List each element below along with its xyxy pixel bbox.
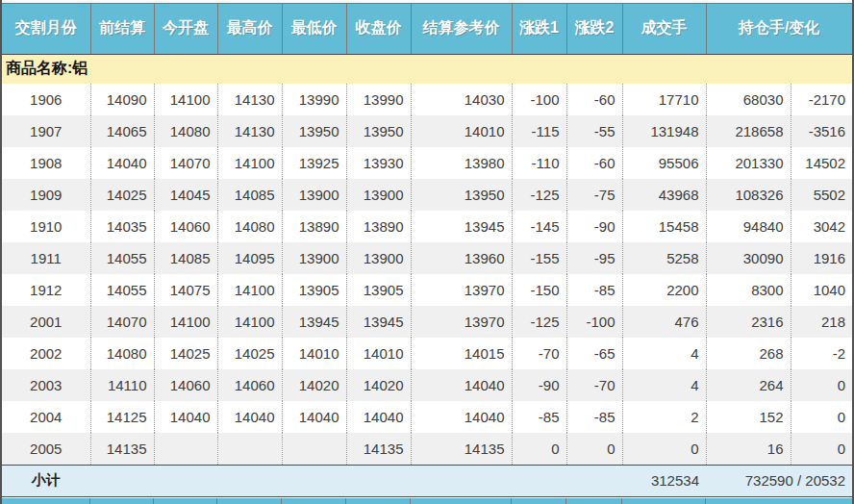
table-row[interactable]: 1911 14055 14085 14095 13900 13900 13960… xyxy=(2,242,852,274)
cell-settle-ref: 14010 xyxy=(411,115,512,147)
cell-change2: -90 xyxy=(566,211,622,242)
cell-high: 14130 xyxy=(217,84,282,115)
futures-quote-panel: 交割月份 前结算 今开盘 最高价 最低价 收盘价 结算参考价 涨跌1 涨跌2 成… xyxy=(0,0,854,504)
table-row[interactable]: 1908 14040 14070 14100 13925 13930 13980… xyxy=(2,147,852,179)
cell-low: 13890 xyxy=(282,211,346,242)
cell-change2: -70 xyxy=(566,369,622,401)
cell-change1: -155 xyxy=(512,242,566,274)
cell-low: 14010 xyxy=(282,338,346,369)
cell-open-interest-change: -2 xyxy=(791,338,852,369)
subtotal-row: 小计 312534 732590 / 20532 xyxy=(2,465,852,496)
cell-prev-settle: 14035 xyxy=(90,211,154,242)
bottom-header-cell xyxy=(154,498,217,504)
commodity-name-row: 商品名称:铝 xyxy=(2,54,852,84)
cell-open-interest: 201330 xyxy=(706,147,791,179)
cell-open-interest-change: 218 xyxy=(791,306,852,338)
column-header-delivery-month: 交割月份 xyxy=(2,4,90,54)
cell-volume: 131948 xyxy=(622,115,706,147)
cell-open-interest: 2316 xyxy=(706,306,791,338)
cell-prev-settle: 14055 xyxy=(90,242,154,274)
column-header-low: 最低价 xyxy=(282,4,346,54)
cell-open: 14070 xyxy=(154,147,217,179)
cell-change2: -75 xyxy=(566,179,622,211)
cell-settle-ref: 14015 xyxy=(411,338,512,369)
cell-volume: 4 xyxy=(622,369,706,401)
cell-prev-settle: 14025 xyxy=(90,179,154,211)
cell-open: 14085 xyxy=(154,242,217,274)
bottom-header-cell xyxy=(411,498,512,504)
column-header-close: 收盘价 xyxy=(346,4,411,54)
cell-close: 13900 xyxy=(346,179,411,211)
cell-open-interest: 108326 xyxy=(706,179,791,211)
cell-volume: 2200 xyxy=(622,274,706,306)
table-row[interactable]: 1906 14090 14100 14130 13990 13990 14030… xyxy=(2,84,852,115)
table-row[interactable]: 1912 14055 14075 14100 13905 13905 13970… xyxy=(2,274,852,306)
cell-open: 14060 xyxy=(154,211,217,242)
cell-open xyxy=(154,433,217,465)
cell-delivery-month: 1909 xyxy=(2,179,90,211)
subtotal-open-interest-change: 732590 / 20532 xyxy=(706,465,852,496)
cell-high: 14060 xyxy=(217,369,282,401)
column-header-prev-settle: 前结算 xyxy=(90,4,154,54)
cell-open-interest: 268 xyxy=(706,338,791,369)
cell-delivery-month: 1907 xyxy=(2,115,90,147)
cell-open-interest-change: -3516 xyxy=(791,115,852,147)
cell-delivery-month: 1910 xyxy=(2,211,90,242)
bottom-header-cell xyxy=(346,498,411,504)
cell-volume: 0 xyxy=(622,433,706,465)
cell-volume: 95506 xyxy=(622,147,706,179)
cell-volume: 2 xyxy=(622,401,706,433)
cell-open-interest-change: 1916 xyxy=(791,242,852,274)
cell-open-interest-change: 0 xyxy=(791,433,852,465)
column-header-change2: 涨跌2 xyxy=(566,4,622,54)
cell-low: 13990 xyxy=(282,84,346,115)
cell-open-interest-change: -2170 xyxy=(791,84,852,115)
cell-settle-ref: 13970 xyxy=(411,306,512,338)
bottom-header-cell xyxy=(512,498,566,504)
cell-delivery-month: 1911 xyxy=(2,242,90,274)
cell-delivery-month: 2004 xyxy=(2,401,90,433)
cell-change2: -60 xyxy=(566,147,622,179)
cell-open-interest: 30090 xyxy=(706,242,791,274)
cell-settle-ref: 14040 xyxy=(411,369,512,401)
cell-change1: -85 xyxy=(512,401,566,433)
cell-change2: -100 xyxy=(566,306,622,338)
cell-low: 13905 xyxy=(282,274,346,306)
subtotal-label: 小计 xyxy=(2,465,622,496)
column-header-change1: 涨跌1 xyxy=(512,4,566,54)
table-row[interactable]: 2002 14080 14025 14025 14010 14010 14015… xyxy=(2,338,852,369)
cell-open: 14025 xyxy=(154,338,217,369)
bottom-header-cell xyxy=(282,498,346,504)
table-row[interactable]: 1907 14065 14080 14130 13950 13950 14010… xyxy=(2,115,852,147)
column-header-open: 今开盘 xyxy=(154,4,217,54)
table-row[interactable]: 2005 14135 14135 14135 0 0 0 16 0 xyxy=(2,433,852,465)
cell-open-interest-change: 3042 xyxy=(791,211,852,242)
cell-change1: -90 xyxy=(512,369,566,401)
cell-high: 14130 xyxy=(217,115,282,147)
cell-close: 13945 xyxy=(346,306,411,338)
cell-open-interest: 218658 xyxy=(706,115,791,147)
cell-delivery-month: 2001 xyxy=(2,306,90,338)
cell-change1: -115 xyxy=(512,115,566,147)
cell-change1: -100 xyxy=(512,84,566,115)
cell-change2: -95 xyxy=(566,242,622,274)
cell-change2: -55 xyxy=(566,115,622,147)
cell-low: 14040 xyxy=(282,401,346,433)
cell-low: 13950 xyxy=(282,115,346,147)
column-header-open-interest-change: 持仓手/变化 xyxy=(706,4,852,54)
bottom-header-cell xyxy=(2,498,90,504)
cell-volume: 5258 xyxy=(622,242,706,274)
cell-volume: 4 xyxy=(622,338,706,369)
cell-open: 14075 xyxy=(154,274,217,306)
cell-delivery-month: 2003 xyxy=(2,369,90,401)
table-row[interactable]: 1909 14025 14045 14085 13900 13900 13950… xyxy=(2,179,852,211)
data-rows: 1906 14090 14100 14130 13990 13990 14030… xyxy=(2,84,852,465)
table-row[interactable]: 2001 14070 14100 14100 13945 13945 13970… xyxy=(2,306,852,338)
cell-open: 14100 xyxy=(154,84,217,115)
table-header-row: 交割月份 前结算 今开盘 最高价 最低价 收盘价 结算参考价 涨跌1 涨跌2 成… xyxy=(2,4,852,54)
table-row[interactable]: 1910 14035 14060 14080 13890 13890 13945… xyxy=(2,211,852,242)
cell-prev-settle: 14110 xyxy=(90,369,154,401)
table-row[interactable]: 2003 14110 14060 14060 14020 14020 14040… xyxy=(2,369,852,401)
cell-delivery-month: 1912 xyxy=(2,274,90,306)
table-row[interactable]: 2004 14125 14040 14040 14040 14040 14040… xyxy=(2,401,852,433)
